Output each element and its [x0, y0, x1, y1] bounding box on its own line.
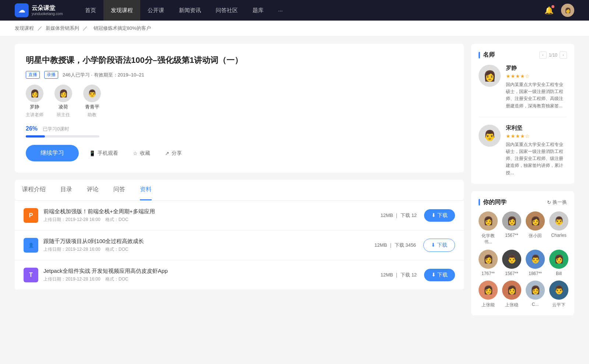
- breadcrumb: 发现课程 ／ 新媒体营销系列 ／ 销冠修炼术摘定80%的客户: [0, 21, 589, 36]
- progress-sub: 已学习0课时: [43, 126, 69, 132]
- resource-info-3: Jetpack全组件实战 开发短视频应用高仿皮皮虾App 上传日期：2019-1…: [43, 268, 381, 282]
- resource-meta-3: 上传日期：2019-12-28 16:00 格式：DOC: [43, 276, 381, 282]
- resource-icon-1: P: [24, 208, 38, 223]
- student-8[interactable]: 👩 Bill: [549, 250, 568, 276]
- nav-quiz[interactable]: 题库: [245, 0, 271, 21]
- share-button[interactable]: ↗ 分享: [161, 147, 186, 160]
- students-header: 你的同学 ↻ 换一换: [479, 199, 567, 206]
- students-title: 你的同学: [479, 199, 507, 206]
- resource-stats-2: 12MB ｜ 下载 3456: [374, 242, 416, 249]
- teacher-1: 👩 罗静 主讲老师: [26, 85, 43, 118]
- continue-button[interactable]: 继续学习: [26, 145, 79, 161]
- student-1[interactable]: 👩 化学教书...: [479, 211, 498, 245]
- teacher-2-role: 班主任: [57, 112, 70, 118]
- tab-qa[interactable]: 问答: [113, 180, 125, 200]
- student-1-avatar: 👩: [479, 211, 498, 231]
- breadcrumb-link-2[interactable]: 新媒体营销系列: [46, 25, 79, 31]
- nav-qa[interactable]: 问答社区: [208, 0, 245, 21]
- progress-percent: 26%: [26, 125, 38, 132]
- tag-record: 录播: [44, 71, 58, 79]
- notification-bell[interactable]: 🔔: [544, 6, 554, 15]
- student-11[interactable]: 👩 C...: [526, 281, 545, 308]
- student-5[interactable]: 👩 1767**: [479, 250, 498, 276]
- nav-news[interactable]: 新闻资讯: [172, 0, 208, 21]
- student-2-name: 1567**: [505, 233, 518, 238]
- tabs-bar: 课程介绍 目录 评论 问答 资料: [15, 180, 464, 201]
- nav-home[interactable]: 首页: [78, 0, 103, 21]
- course-card: 明星中教授课，小学阶段语法100分–强化级第1讲动词（一） 直播 录播 246人…: [15, 44, 464, 172]
- nav-more[interactable]: ···: [271, 0, 290, 21]
- student-3-avatar: 👩: [526, 211, 545, 231]
- sidebar-teacher-1-stars: ★★★★☆: [506, 73, 567, 79]
- logo-icon: ☁: [15, 3, 29, 17]
- teacher-2: 👩 凌荷 班主任: [54, 85, 72, 118]
- resource-item-3: T Jetpack全组件实战 开发短视频应用高仿皮皮虾App 上传日期：2019…: [15, 260, 464, 290]
- student-1-name: 化学教书...: [479, 233, 498, 245]
- download-button-2[interactable]: ⬇ 下载: [423, 239, 455, 252]
- user-avatar-nav[interactable]: 👩: [561, 4, 574, 17]
- student-12-name: 云平下: [552, 302, 565, 308]
- student-8-avatar: 👩: [549, 250, 568, 269]
- student-6-avatar: 👨: [502, 250, 521, 269]
- refresh-icon: ↻: [547, 200, 551, 205]
- teacher-1-name: 罗静: [30, 104, 39, 110]
- student-7-name: 1867**: [529, 271, 542, 276]
- share-icon: ↗: [165, 150, 169, 156]
- student-12[interactable]: 👨 云平下: [549, 281, 568, 308]
- nav-discover[interactable]: 发现课程: [103, 0, 140, 21]
- sidebar-teacher-2-detail: 宋利坚 ★★★★☆ 国内某重点大学安全工程专业硕士，国家一级注册消防工程师、注册…: [506, 125, 567, 176]
- teachers-prev-btn[interactable]: ‹: [539, 51, 547, 59]
- resource-stats-3: 12MB ｜ 下载 12: [381, 272, 417, 278]
- student-5-avatar: 👩: [479, 250, 498, 269]
- sidebar-teacher-1-avatar: 👩: [479, 65, 501, 87]
- teacher-3-name: 青青平: [85, 104, 99, 110]
- teacher-3: 👨 青青平 助教: [83, 85, 101, 118]
- student-9[interactable]: 👩 上张能: [479, 281, 498, 308]
- teacher-2-avatar: 👩: [54, 85, 72, 102]
- tab-review[interactable]: 评论: [87, 180, 99, 200]
- logo-text: 云朵课堂 yunduoketang.com: [32, 4, 63, 16]
- mobile-icon: 📱: [89, 150, 95, 156]
- resource-title-3: Jetpack全组件实战 开发短视频应用高仿皮皮虾App: [43, 268, 381, 275]
- student-3[interactable]: 👩 张小田: [526, 211, 545, 245]
- sidebar-teacher-2: 👨 宋利坚 ★★★★☆ 国内某重点大学安全工程专业硕士，国家一级注册消防工程师、…: [479, 125, 567, 176]
- resource-meta-1: 上传日期：2019-12-28 16:00 格式：DOC: [43, 217, 381, 223]
- resource-info-2: 跟随千万级项目从0到100全过程高效成长 上传日期：2019-12-28 16:…: [43, 238, 374, 253]
- sidebar-teacher-1-desc: 国内某重点大学安全工程专业硕士，国家一级注册消防工程师、注册安全工程师、高级注册…: [506, 81, 567, 110]
- student-4[interactable]: 👨 Charles: [549, 211, 568, 245]
- teacher-3-role: 助教: [88, 112, 96, 118]
- logo[interactable]: ☁ 云朵课堂 yunduoketang.com: [15, 3, 63, 17]
- breadcrumb-link-1[interactable]: 发现课程: [15, 25, 34, 31]
- resource-icon-2: 👤: [24, 238, 38, 253]
- student-9-avatar: 👩: [479, 281, 498, 300]
- refresh-students-btn[interactable]: ↻ 换一换: [547, 199, 567, 206]
- resource-item-1: P 前端全栈加强版！前端全栈+全周期+多端应用 上传日期：2019-12-28 …: [15, 201, 464, 231]
- nav-public[interactable]: 公开课: [140, 0, 172, 21]
- resource-item-2: 👤 跟随千万级项目从0到100全过程高效成长 上传日期：2019-12-28 1…: [15, 231, 464, 260]
- sidebar-teacher-1-name: 罗静: [506, 65, 567, 72]
- student-10-avatar: 👩: [502, 281, 521, 300]
- tab-resources[interactable]: 资料: [140, 180, 152, 200]
- actions-row: 继续学习 📱 手机观看 ☆ 收藏 ↗ 分享: [26, 145, 453, 161]
- student-5-name: 1767**: [482, 271, 495, 276]
- download-button-1[interactable]: ⬇ 下载: [424, 209, 455, 222]
- teachers-next-btn[interactable]: ›: [560, 51, 567, 59]
- student-2[interactable]: 👩 1567**: [502, 211, 521, 245]
- student-7[interactable]: 👨 1867**: [526, 250, 545, 276]
- mobile-button[interactable]: 📱 手机观看: [85, 147, 123, 160]
- course-title: 明星中教授课，小学阶段语法100分–强化级第1讲动词（一）: [26, 55, 453, 66]
- student-10[interactable]: 👩 上张稳: [502, 281, 521, 308]
- tab-catalog[interactable]: 目录: [60, 180, 72, 200]
- student-6[interactable]: 👨 1567**: [502, 250, 521, 276]
- tags-row: 直播 录播 246人已学习 · 有效期至：2019–10–21: [26, 71, 453, 79]
- progress-bar-bg: [26, 135, 99, 138]
- student-10-name: 上张稳: [505, 302, 518, 308]
- teachers-page-num: 1/10: [549, 53, 557, 58]
- student-7-avatar: 👨: [526, 250, 545, 269]
- download-button-3[interactable]: ⬇ 下载: [424, 269, 455, 281]
- left-column: 明星中教授课，小学阶段语法100分–强化级第1讲动词（一） 直播 录播 246人…: [15, 44, 464, 323]
- student-12-avatar: 👨: [549, 281, 568, 300]
- tab-intro[interactable]: 课程介绍: [22, 180, 46, 200]
- sidebar-teacher-1-detail: 罗静 ★★★★☆ 国内某重点大学安全工程专业硕士，国家一级注册消防工程师、注册安…: [506, 65, 567, 110]
- collect-button[interactable]: ☆ 收藏: [128, 147, 155, 160]
